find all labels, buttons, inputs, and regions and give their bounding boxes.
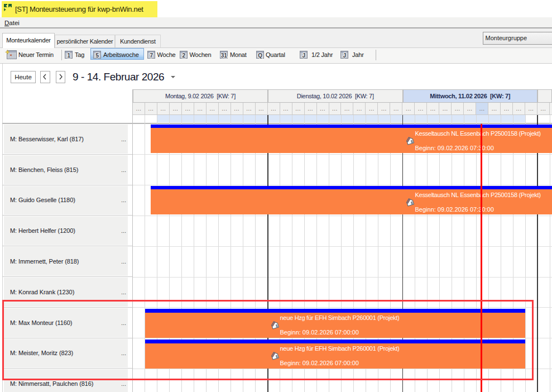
svg-text:1: 1 [67, 52, 70, 58]
svg-text:J: J [302, 52, 305, 58]
svg-text:31: 31 [221, 52, 228, 58]
svg-text:7: 7 [150, 52, 153, 58]
svg-text:J: J [343, 52, 346, 58]
svg-text:Q: Q [258, 52, 262, 58]
svg-text:5: 5 [95, 52, 99, 58]
svg-text:2: 2 [182, 52, 185, 58]
